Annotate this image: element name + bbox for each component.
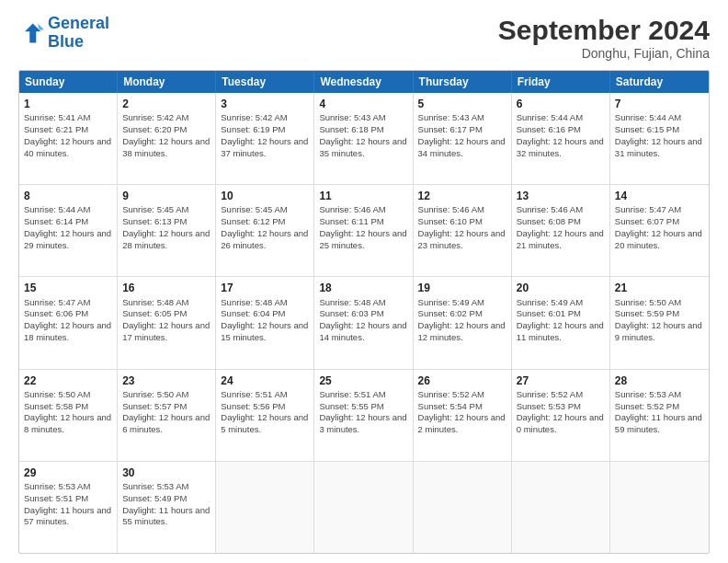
cal-cell: 29Sunrise: 5:53 AMSunset: 5:51 PMDayligh… bbox=[19, 462, 118, 553]
col-friday: Friday bbox=[512, 71, 610, 93]
col-monday: Monday bbox=[118, 71, 216, 93]
day-number: 12 bbox=[418, 189, 506, 203]
logo-icon bbox=[18, 20, 44, 46]
cal-cell: 17Sunrise: 5:48 AMSunset: 6:04 PMDayligh… bbox=[216, 277, 314, 368]
cal-cell: 20Sunrise: 5:49 AMSunset: 6:01 PMDayligh… bbox=[512, 277, 610, 368]
cal-cell: 27Sunrise: 5:52 AMSunset: 5:53 PMDayligh… bbox=[512, 370, 610, 461]
svg-marker-1 bbox=[38, 23, 44, 29]
day-number: 30 bbox=[122, 465, 210, 480]
calendar-body: 1Sunrise: 5:41 AMSunset: 6:21 PMDaylight… bbox=[19, 93, 709, 553]
day-number: 19 bbox=[418, 281, 506, 295]
page: General Blue September 2024 Donghu, Fuji… bbox=[0, 0, 728, 563]
day-number: 14 bbox=[615, 189, 704, 203]
cal-cell: 16Sunrise: 5:48 AMSunset: 6:05 PMDayligh… bbox=[118, 277, 216, 368]
cal-cell: 6Sunrise: 5:44 AMSunset: 6:16 PMDaylight… bbox=[512, 93, 610, 184]
month-title: September 2024 bbox=[498, 15, 710, 46]
day-number: 5 bbox=[418, 97, 506, 111]
cal-cell: 12Sunrise: 5:46 AMSunset: 6:10 PMDayligh… bbox=[414, 185, 512, 276]
day-number: 23 bbox=[122, 373, 210, 388]
cal-cell bbox=[216, 462, 314, 553]
week-row-1: 8Sunrise: 5:44 AMSunset: 6:14 PMDaylight… bbox=[19, 184, 709, 276]
day-number: 18 bbox=[319, 281, 407, 295]
cal-cell: 30Sunrise: 5:53 AMSunset: 5:49 PMDayligh… bbox=[118, 462, 216, 553]
cal-cell: 23Sunrise: 5:50 AMSunset: 5:57 PMDayligh… bbox=[118, 370, 216, 461]
cal-cell bbox=[414, 462, 512, 553]
day-number: 25 bbox=[319, 373, 407, 388]
cal-cell: 1Sunrise: 5:41 AMSunset: 6:21 PMDaylight… bbox=[19, 93, 118, 184]
day-number: 16 bbox=[122, 281, 210, 295]
col-thursday: Thursday bbox=[414, 71, 512, 93]
cal-cell: 8Sunrise: 5:44 AMSunset: 6:14 PMDaylight… bbox=[19, 185, 118, 276]
cal-cell: 28Sunrise: 5:53 AMSunset: 5:52 PMDayligh… bbox=[610, 370, 709, 461]
week-row-2: 15Sunrise: 5:47 AMSunset: 6:06 PMDayligh… bbox=[19, 276, 709, 368]
week-row-4: 29Sunrise: 5:53 AMSunset: 5:51 PMDayligh… bbox=[19, 461, 709, 553]
cal-cell: 3Sunrise: 5:42 AMSunset: 6:19 PMDaylight… bbox=[216, 93, 314, 184]
day-number: 10 bbox=[221, 189, 309, 203]
day-number: 1 bbox=[24, 97, 112, 111]
cal-cell: 5Sunrise: 5:43 AMSunset: 6:17 PMDaylight… bbox=[414, 93, 512, 184]
day-number: 21 bbox=[615, 281, 704, 295]
cal-cell: 19Sunrise: 5:49 AMSunset: 6:02 PMDayligh… bbox=[414, 277, 512, 368]
day-number: 11 bbox=[319, 189, 407, 203]
logo-text: General Blue bbox=[48, 15, 109, 52]
cal-cell: 7Sunrise: 5:44 AMSunset: 6:15 PMDaylight… bbox=[610, 93, 709, 184]
cal-cell: 4Sunrise: 5:43 AMSunset: 6:18 PMDaylight… bbox=[314, 93, 413, 184]
day-number: 22 bbox=[24, 373, 112, 388]
col-saturday: Saturday bbox=[610, 71, 709, 93]
cal-cell bbox=[512, 462, 610, 553]
day-number: 17 bbox=[221, 281, 309, 295]
cal-cell: 11Sunrise: 5:46 AMSunset: 6:11 PMDayligh… bbox=[314, 185, 413, 276]
cal-cell: 21Sunrise: 5:50 AMSunset: 5:59 PMDayligh… bbox=[610, 277, 709, 368]
cal-cell bbox=[314, 462, 413, 553]
title-block: September 2024 Donghu, Fujian, China bbox=[498, 15, 710, 61]
week-row-3: 22Sunrise: 5:50 AMSunset: 5:58 PMDayligh… bbox=[19, 369, 709, 461]
day-number: 4 bbox=[319, 97, 407, 111]
day-number: 20 bbox=[517, 281, 605, 295]
day-number: 24 bbox=[221, 373, 309, 388]
day-number: 9 bbox=[122, 189, 210, 203]
calendar-header: Sunday Monday Tuesday Wednesday Thursday… bbox=[19, 71, 709, 93]
day-number: 26 bbox=[418, 373, 506, 388]
cal-cell: 10Sunrise: 5:45 AMSunset: 6:12 PMDayligh… bbox=[216, 185, 314, 276]
cal-cell: 18Sunrise: 5:48 AMSunset: 6:03 PMDayligh… bbox=[314, 277, 413, 368]
day-number: 2 bbox=[122, 97, 210, 111]
cal-cell: 14Sunrise: 5:47 AMSunset: 6:07 PMDayligh… bbox=[610, 185, 709, 276]
cal-cell: 25Sunrise: 5:51 AMSunset: 5:55 PMDayligh… bbox=[314, 370, 413, 461]
cal-cell: 26Sunrise: 5:52 AMSunset: 5:54 PMDayligh… bbox=[414, 370, 512, 461]
day-number: 13 bbox=[517, 189, 605, 203]
calendar: Sunday Monday Tuesday Wednesday Thursday… bbox=[18, 70, 710, 554]
cal-cell: 2Sunrise: 5:42 AMSunset: 6:20 PMDaylight… bbox=[118, 93, 216, 184]
week-row-0: 1Sunrise: 5:41 AMSunset: 6:21 PMDaylight… bbox=[19, 93, 709, 184]
day-number: 3 bbox=[221, 97, 309, 111]
logo: General Blue bbox=[18, 15, 109, 52]
location: Donghu, Fujian, China bbox=[498, 46, 710, 61]
col-tuesday: Tuesday bbox=[216, 71, 314, 93]
cal-cell: 9Sunrise: 5:45 AMSunset: 6:13 PMDaylight… bbox=[118, 185, 216, 276]
cal-cell: 13Sunrise: 5:46 AMSunset: 6:08 PMDayligh… bbox=[512, 185, 610, 276]
cal-cell: 24Sunrise: 5:51 AMSunset: 5:56 PMDayligh… bbox=[216, 370, 314, 461]
cal-cell bbox=[610, 462, 709, 553]
header: General Blue September 2024 Donghu, Fuji… bbox=[18, 15, 710, 61]
day-number: 7 bbox=[615, 97, 704, 111]
day-number: 6 bbox=[517, 97, 605, 111]
col-sunday: Sunday bbox=[19, 71, 118, 93]
cal-cell: 22Sunrise: 5:50 AMSunset: 5:58 PMDayligh… bbox=[19, 370, 118, 461]
day-number: 8 bbox=[24, 189, 112, 203]
cal-cell: 15Sunrise: 5:47 AMSunset: 6:06 PMDayligh… bbox=[19, 277, 118, 368]
day-number: 29 bbox=[24, 465, 112, 480]
day-number: 27 bbox=[517, 373, 605, 388]
col-wednesday: Wednesday bbox=[314, 71, 413, 93]
day-number: 28 bbox=[615, 373, 704, 388]
day-number: 15 bbox=[24, 281, 112, 295]
